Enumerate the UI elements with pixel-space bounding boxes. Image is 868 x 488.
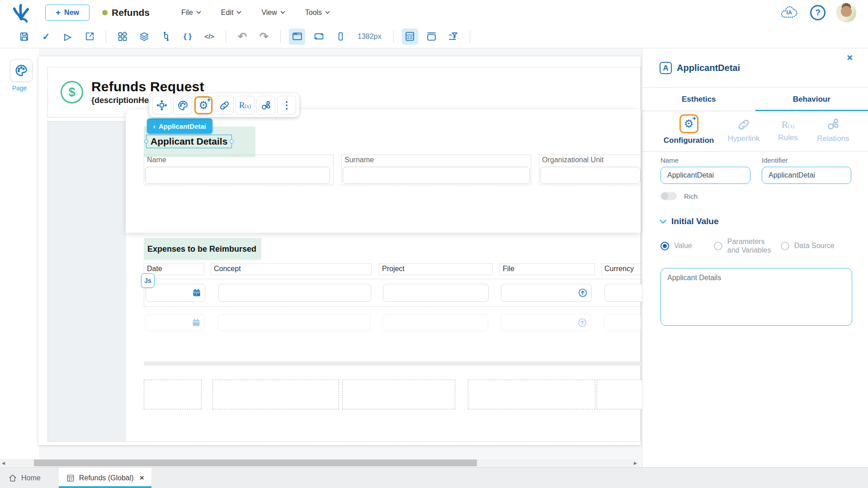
organizational-unit-input[interactable]: [540, 167, 641, 184]
source-code-button[interactable]: </>: [201, 28, 217, 45]
selected-heading[interactable]: Applicant Details: [146, 135, 232, 148]
field-name[interactable]: Name: [144, 155, 334, 185]
filter-button[interactable]: [445, 28, 462, 45]
project-input[interactable]: [383, 284, 489, 302]
save-button[interactable]: [16, 28, 33, 45]
placeholder-cell[interactable]: [144, 380, 202, 409]
column-header-project[interactable]: Project: [379, 263, 493, 275]
resize-handle-left[interactable]: [144, 140, 148, 144]
tab-behaviour[interactable]: Behaviour: [755, 88, 868, 111]
rules-widget-button[interactable]: R(x): [236, 96, 255, 115]
widget-name-input[interactable]: [660, 167, 750, 184]
section-divider: [144, 361, 642, 366]
viewport-width-label[interactable]: 1382px: [358, 33, 382, 41]
rules-icon: R(x): [239, 100, 251, 110]
redo-button[interactable]: ↷: [256, 28, 272, 45]
style-widget-button[interactable]: [173, 96, 192, 115]
more-options-button[interactable]: ⋮: [277, 96, 296, 115]
subtab-configuration[interactable]: ⚙ Configuration: [656, 114, 722, 145]
rich-toggle[interactable]: [660, 192, 677, 200]
initial-value-textarea[interactable]: Applicant Details: [660, 268, 852, 326]
container-button[interactable]: [424, 28, 440, 45]
refunds-global-tab[interactable]: Refunds (Global) ×: [59, 468, 151, 488]
close-panel-icon[interactable]: ×: [847, 52, 853, 64]
preview-button[interactable]: ▷: [60, 28, 76, 45]
new-button[interactable]: + New: [45, 5, 90, 21]
radio-value[interactable]: [660, 242, 669, 250]
scroll-right-arrow[interactable]: ▶: [632, 459, 639, 467]
column-header-concept[interactable]: Concept: [211, 263, 372, 275]
menu-file[interactable]: File: [181, 9, 201, 17]
dollar-icon: $: [61, 81, 83, 103]
subtab-hyperlink[interactable]: Hyperlink: [723, 114, 764, 143]
menu-tools[interactable]: Tools: [305, 9, 330, 17]
field-surname[interactable]: Surname: [341, 155, 531, 185]
calendar-icon[interactable]: [192, 288, 201, 297]
radio-parameters-variables-label: Parameters and Variables: [727, 237, 778, 254]
field-organizational-unit[interactable]: Organizational Unit: [539, 155, 641, 185]
column-header-currency[interactable]: Currency: [601, 263, 642, 275]
scrollbar-thumb[interactable]: [34, 460, 477, 466]
placeholder-cell[interactable]: [597, 380, 642, 409]
configure-widget-button[interactable]: ⚙: [194, 96, 213, 115]
user-avatar[interactable]: [836, 3, 856, 23]
hyperlink-widget-button[interactable]: [215, 96, 234, 115]
applicant-details-group[interactable]: ‹ ApplicantDetai Applicant Details Name: [126, 109, 641, 233]
file-input[interactable]: [501, 284, 592, 302]
workspace: Page $ Refunds Request {descriptionHea: [0, 48, 868, 467]
layout-structure-button[interactable]: [402, 28, 418, 45]
concept-input[interactable]: [218, 284, 371, 302]
widgets-button[interactable]: [114, 28, 131, 45]
menu-view[interactable]: View: [261, 9, 285, 17]
form-title[interactable]: Refunds Request: [91, 79, 204, 94]
document-title: Refunds: [102, 7, 150, 18]
name-input[interactable]: [145, 167, 330, 184]
subtab-relations[interactable]: Relations: [811, 114, 856, 143]
tab-esthetics[interactable]: Esthetics: [642, 88, 755, 111]
horizontal-scrollbar[interactable]: ◀ ▶: [0, 459, 639, 467]
radio-data-source[interactable]: [781, 242, 789, 250]
variables-button[interactable]: { }: [179, 28, 196, 45]
undo-button[interactable]: ↶: [234, 28, 250, 45]
move-widget-button[interactable]: [152, 96, 171, 115]
placeholder-cell[interactable]: [212, 380, 339, 409]
publish-button[interactable]: [81, 28, 98, 45]
redo-icon: ↷: [259, 31, 269, 42]
subtab-rules[interactable]: R(x) Rules: [768, 114, 808, 142]
layers-button[interactable]: [136, 28, 152, 45]
expenses-title-highlight[interactable]: Expenses to be Reimbursed: [144, 238, 261, 260]
close-tab-icon[interactable]: ×: [140, 474, 144, 483]
kebab-menu-icon: ⋮: [282, 100, 292, 110]
column-header-file[interactable]: File: [500, 263, 595, 275]
divider: [642, 151, 868, 152]
placeholder-cell[interactable]: [468, 380, 595, 409]
resize-handle-right[interactable]: [230, 140, 234, 144]
properties-panel: × A ApplicantDetai Esthetics Behaviour: [642, 48, 868, 467]
js-script-badge[interactable]: Js: [141, 273, 155, 288]
app-logo-icon[interactable]: [11, 2, 32, 23]
date-input[interactable]: [146, 284, 205, 302]
radio-parameters-variables[interactable]: [714, 242, 722, 250]
validate-button[interactable]: ✓: [38, 28, 54, 45]
tablet-view-button[interactable]: [311, 28, 327, 45]
toolbar-divider: [106, 30, 106, 43]
flow-button[interactable]: [158, 28, 174, 45]
initial-value-section-header[interactable]: Initial Value: [660, 216, 719, 226]
help-icon[interactable]: ?: [810, 5, 826, 20]
home-tab[interactable]: Home: [0, 468, 49, 488]
scroll-left-arrow[interactable]: ◀: [0, 459, 7, 467]
widget-identifier-input[interactable]: [762, 167, 851, 184]
ai-assistant-icon[interactable]: IA: [779, 5, 799, 21]
mobile-view-button[interactable]: [332, 28, 349, 45]
form-page[interactable]: $ Refunds Request {descriptionHea: [38, 56, 641, 445]
menu-edit[interactable]: Edit: [221, 9, 242, 17]
expenses-row[interactable]: [144, 279, 642, 307]
desktop-view-button[interactable]: [289, 28, 305, 45]
relations-widget-button[interactable]: [256, 96, 275, 115]
parent-widget-chip[interactable]: ‹ ApplicantDetai: [147, 118, 212, 134]
surname-input[interactable]: [343, 167, 530, 184]
upload-icon[interactable]: [578, 288, 588, 298]
rich-toggle-label: Rich: [684, 192, 698, 200]
currency-input[interactable]: [604, 284, 642, 302]
placeholder-cell[interactable]: [342, 380, 455, 409]
